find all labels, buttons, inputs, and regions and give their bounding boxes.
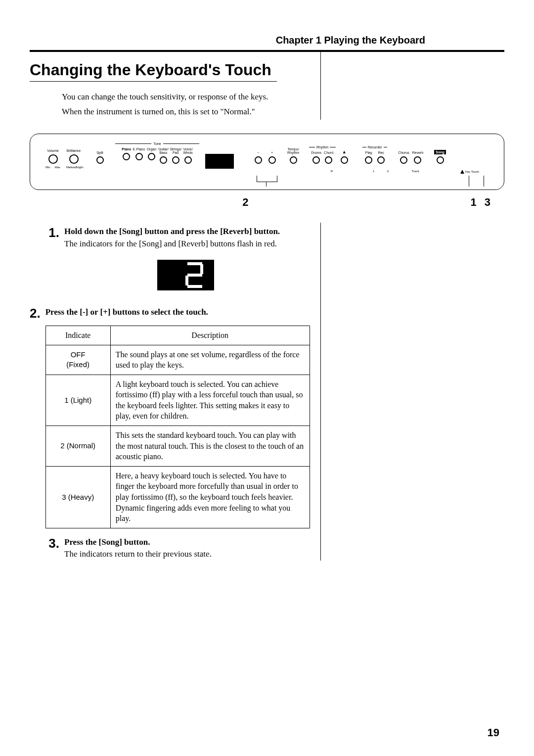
track-1: 1 (373, 170, 374, 174)
svg-rect-3 (185, 276, 188, 285)
step-body-text: The indicators return to their previous … (64, 548, 307, 561)
panel-tone-group: Tone (153, 142, 161, 145)
step-number: 2. (30, 306, 45, 528)
panel-play: Play (365, 151, 372, 154)
panel-drums: Drums (311, 151, 321, 154)
table-row: 1 (Light) A light keyboard touch is sele… (45, 375, 310, 425)
seven-segment-icon (184, 262, 205, 288)
keytouch-label: Key Touch (465, 170, 479, 173)
panel-reverb: Reverb (412, 151, 424, 154)
panel-mellow: Mellow (66, 166, 76, 169)
th-description: Description (110, 326, 310, 345)
panel-chord: Chord (324, 151, 333, 154)
cell-indicate: 2 (Normal) (45, 426, 110, 467)
volume-knob-icon (48, 154, 58, 164)
reverb-button-icon (414, 156, 421, 164)
chapter-label: Chapter 1 Playing the Keyboard (30, 35, 504, 46)
intro-line: You can change the touch sensitivity, or… (62, 91, 307, 103)
panel-label-volume: Volume (47, 149, 58, 152)
step-2: 2. Press the [-] or [+] buttons to selec… (30, 306, 307, 528)
panel-song: Song (434, 150, 446, 154)
callout-1: 1 (471, 196, 477, 209)
panel-tone-strings: Strings/ Pad (170, 147, 181, 154)
tone-btn-icon (148, 153, 155, 160)
tone-btn-icon (160, 156, 167, 164)
track-label: Track (412, 170, 419, 173)
table-row: 3 (Heavy) Here, a heavy keyboard touch i… (45, 466, 310, 528)
intro-line: When the instrument is turned on, this i… (62, 105, 307, 118)
panel-tone-organ: Organ (147, 147, 156, 151)
panel-chorus: Chorus (398, 151, 409, 154)
tone-btn-icon (123, 153, 130, 160)
step-title: Press the [-] or [+] buttons to select t… (45, 306, 310, 319)
panel-recorder-group: Recorder (368, 145, 382, 149)
song-button-icon (437, 156, 444, 164)
svg-rect-1 (200, 264, 203, 274)
svg-rect-2 (187, 274, 202, 277)
callout-2: 2 (242, 196, 248, 209)
step-title: Hold down the [Song] button and press th… (64, 226, 307, 238)
chorus-button-icon (400, 156, 407, 164)
step-number: 3. (30, 536, 64, 561)
intro-text: You can change the touch sensitivity, or… (62, 91, 307, 118)
steps-section: 1. Hold down the [Song] button and press… (30, 223, 504, 561)
heading-underline (30, 81, 277, 82)
page-heading: Changing the Keyboard's Touch (30, 61, 307, 79)
step-body-text: The indicators for the [Song] and [Rever… (64, 238, 307, 250)
minus-button-icon (255, 156, 262, 164)
step-3: 3. Press the [Song] button. The indicato… (30, 536, 307, 561)
panel-max: Max (55, 166, 60, 169)
step-title: Press the [Song] button. (64, 536, 307, 549)
panel-bright: Bright (76, 166, 84, 169)
panel-callouts: . 2 1 3 (30, 193, 504, 209)
arrow-up-icon (460, 170, 464, 174)
chord-button-icon (325, 156, 332, 164)
rec-button-icon (377, 156, 385, 164)
svg-rect-0 (187, 262, 202, 265)
track-2: 2 (387, 170, 389, 174)
cell-desc: Here, a heavy keyboard touch is selected… (110, 466, 310, 528)
play-button-icon (365, 156, 372, 164)
top-rule-section: Changing the Keyboard's Touch You can ch… (30, 50, 504, 120)
panel-diagram: Volume Min Max Brilliance Mellow Bright … (30, 134, 504, 190)
tone-btn-icon (135, 153, 143, 160)
cell-desc: The sound plays at one set volume, regar… (110, 345, 310, 375)
panel-min: Min (45, 166, 50, 169)
page-number: 19 (488, 726, 499, 739)
cell-indicate: 1 (Light) (45, 375, 110, 425)
page: Chapter 1 Playing the Keyboard Changing … (0, 0, 534, 756)
panel-label-split: Split (96, 151, 103, 154)
split-button-icon (96, 156, 104, 164)
tone-btn-icon (184, 156, 192, 164)
plus-button-icon (268, 156, 276, 164)
step-1: 1. Hold down the [Song] button and press… (30, 226, 307, 303)
panel-tone-epiano: E.Piano (133, 147, 145, 151)
panel-rhythm-group: Rhythm (316, 145, 328, 149)
metronome-icon: ▲ (342, 149, 347, 154)
cell-desc: This sets the standard keyboard touch. Y… (110, 426, 310, 467)
panel-tone-guitar: Guitar/ Bass (158, 147, 169, 154)
table-row: 2 (Normal) This sets the standard keyboa… (45, 426, 310, 467)
panel-tone-voice: Voice/ Winds (183, 147, 192, 154)
cell-desc: A light keyboard touch is selected. You … (110, 375, 310, 425)
tempo-button-icon (290, 156, 297, 164)
metronome-button-icon (341, 156, 348, 164)
panel-label-brilliance: Brilliance (67, 149, 81, 152)
track-r: R (331, 170, 333, 174)
brilliance-knob-icon (69, 154, 79, 164)
drums-button-icon (312, 156, 320, 164)
th-indicate: Indicate (45, 326, 110, 345)
tone-btn-icon (172, 156, 179, 164)
panel-plus: + (271, 151, 273, 154)
panel-tone-piano: Piano (122, 147, 131, 151)
touch-table: Indicate Description OFF (Fixed) The sou… (45, 326, 310, 528)
panel-tempo: Tempo/ Rhythm (287, 147, 299, 154)
cell-indicate: OFF (Fixed) (45, 345, 110, 375)
cell-indicate: 3 (Heavy) (45, 466, 110, 528)
table-row: OFF (Fixed) The sound plays at one set v… (45, 345, 310, 375)
step-number: 1. (30, 226, 64, 303)
svg-rect-4 (187, 285, 202, 288)
panel-minus: − (257, 151, 259, 154)
panel-lcd-icon (205, 154, 234, 169)
panel-rec: Rec (378, 151, 384, 154)
